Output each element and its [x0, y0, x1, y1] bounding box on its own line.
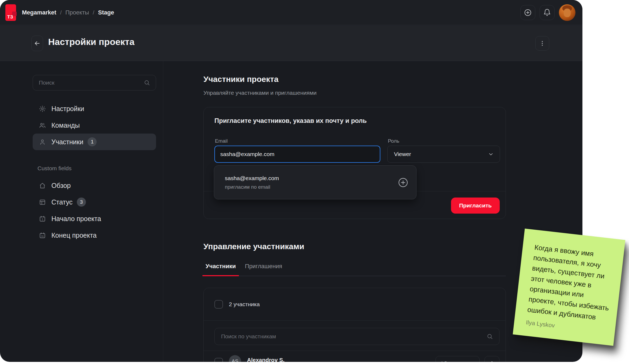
role-label: Роль: [388, 138, 399, 144]
tab-invitations[interactable]: Приглашения: [242, 263, 285, 276]
search-icon: [143, 79, 150, 86]
manage-tabs: Участники Приглашения: [202, 263, 506, 276]
email-label: Email: [215, 138, 228, 144]
app-logo[interactable]: ТЗ: [5, 4, 16, 21]
people-icon: [39, 122, 46, 129]
home-icon: [39, 182, 46, 189]
user-avatar[interactable]: [559, 4, 575, 21]
logo-text: ТЗ: [7, 14, 13, 20]
search-icon: [486, 333, 493, 340]
status-count-badge: 3: [77, 198, 86, 207]
sidebar-item-overview[interactable]: Обзор: [33, 177, 156, 194]
suggestion-email: sasha@example.com: [225, 175, 397, 181]
sticky-note-text: Когда я ввожу имя пользователя, я хочу в…: [527, 242, 617, 324]
breadcrumb-separator: /: [93, 9, 94, 16]
tab-members[interactable]: Участники: [202, 263, 239, 276]
back-button[interactable]: [31, 36, 43, 51]
top-bar: ТЗ Megamarket / Проекты / Stage: [0, 0, 582, 25]
sidebar-nav: Настройки Команды Участники 1: [33, 100, 156, 150]
member-row-checkbox[interactable]: [214, 358, 223, 362]
create-button[interactable]: [520, 5, 535, 20]
sidebar-item-label: Начало проекта: [51, 215, 101, 223]
settings-sidebar: Настройки Команды Участники 1 Custom fie…: [0, 61, 163, 362]
role-select-value: Viewer: [394, 151, 411, 157]
calendar-31-icon: 31: [39, 232, 46, 239]
sidebar-item-label: Настройки: [51, 105, 84, 113]
role-select[interactable]: Viewer: [387, 146, 500, 163]
sidebar-item-label: Участники: [51, 138, 83, 146]
members-section-title: Участники проекта: [203, 75, 278, 84]
custom-fields-section-label: Custom fields: [37, 165, 71, 172]
members-list-card: 2 участника AS Alexandrov S.: [203, 288, 506, 362]
breadcrumb-project-name[interactable]: Stage: [98, 9, 114, 16]
sidebar-item-label: Статус: [51, 198, 73, 206]
members-count-label: 2 участника: [229, 301, 260, 308]
sidebar-search[interactable]: [33, 75, 156, 90]
breadcrumb: Megamarket / Проекты / Stage: [22, 9, 114, 16]
page-title: Настройки проекта: [48, 37, 134, 47]
sidebar-search-input[interactable]: [39, 79, 143, 86]
suggestion-hint: пригласим по email: [225, 184, 397, 190]
sidebar-item-project-start[interactable]: 1 Начало проекта: [33, 210, 156, 227]
sidebar-item-members[interactable]: Участники 1: [33, 134, 156, 150]
members-list-header: 2 участника: [204, 288, 506, 320]
manage-section-title: Управление участниками: [203, 242, 304, 251]
sticky-note: Когда я ввожу имя пользователя, я хочу в…: [513, 229, 626, 346]
plus-circle-icon: [524, 8, 532, 17]
email-suggestion-option[interactable]: sasha@example.com пригласим по email: [214, 165, 416, 199]
person-icon: [39, 138, 46, 146]
member-row: AS Alexandrov S. Viewer: [204, 351, 506, 362]
email-field[interactable]: [214, 146, 380, 163]
svg-text:1: 1: [41, 218, 43, 221]
chevron-down-icon: [488, 151, 494, 157]
bell-icon: [543, 9, 551, 17]
sidebar-item-settings[interactable]: Настройки: [33, 100, 156, 117]
breadcrumb-separator: /: [60, 9, 62, 16]
sidebar-item-project-end[interactable]: 31 Конец проекта: [33, 227, 156, 244]
members-search-input[interactable]: [221, 333, 486, 340]
sidebar-item-teams[interactable]: Команды: [33, 117, 156, 134]
sidebar-item-label: Конец проекта: [51, 232, 97, 239]
kebab-menu-icon: [539, 40, 545, 47]
page-header: Настройки проекта: [0, 25, 582, 61]
members-search-row: [204, 321, 506, 351]
suggestion-texts: sasha@example.com пригласим по email: [225, 175, 397, 190]
arrow-left-icon: [34, 40, 41, 47]
sidebar-item-status[interactable]: Статус 3: [33, 194, 156, 210]
member-name: Alexandrov S.: [247, 357, 285, 362]
members-search[interactable]: [214, 328, 499, 345]
member-menu-button[interactable]: [484, 356, 499, 362]
sidebar-custom-fields: Обзор Статус 3 1 Начало проекта 31 Конец: [33, 177, 156, 244]
members-count-badge: 1: [88, 137, 97, 146]
invite-card-title: Пригласите участников, указав их почту и…: [214, 117, 367, 124]
notifications-button[interactable]: [540, 5, 555, 20]
sidebar-item-label: Обзор: [51, 182, 71, 189]
members-section-subtitle: Управляйте участниками и приглашениями: [203, 90, 317, 96]
gear-icon: [39, 105, 46, 112]
breadcrumb-projects[interactable]: Проекты: [65, 9, 89, 16]
member-role-value: Viewer: [442, 360, 459, 362]
app-window: ТЗ Megamarket / Проекты / Stage: [0, 0, 582, 362]
page-menu-button[interactable]: [535, 36, 549, 51]
layout-icon: [39, 199, 46, 206]
breadcrumb-org[interactable]: Megamarket: [22, 9, 56, 16]
chevron-down-icon: [469, 361, 475, 362]
kebab-menu-icon: [489, 361, 495, 362]
member-role-select[interactable]: Viewer: [435, 356, 480, 362]
select-all-checkbox[interactable]: [214, 300, 223, 309]
sidebar-item-label: Команды: [51, 122, 80, 129]
add-plus-circle-icon[interactable]: [397, 176, 409, 189]
invite-submit-button[interactable]: Пригласить: [451, 198, 500, 214]
invite-card: Пригласите участников, указав их почту и…: [203, 107, 506, 219]
member-avatar: AS: [229, 355, 241, 362]
svg-text:31: 31: [41, 235, 44, 237]
calendar-1-icon: 1: [39, 215, 46, 222]
